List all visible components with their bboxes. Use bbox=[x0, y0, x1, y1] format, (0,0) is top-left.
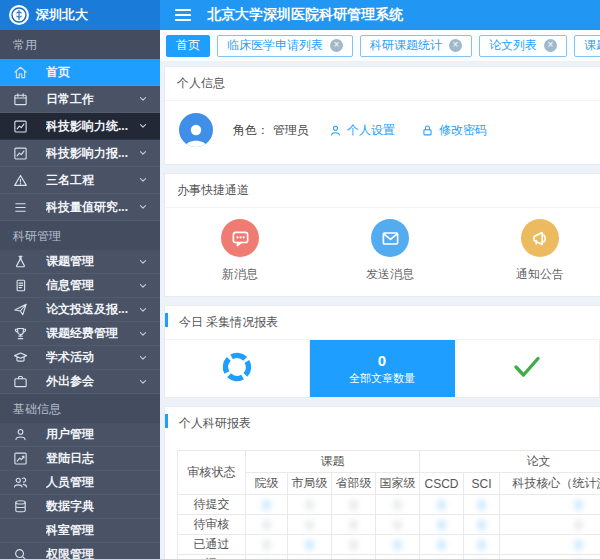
tab-label: 首页 bbox=[176, 37, 200, 54]
quick-channel-item[interactable]: 新消息 bbox=[165, 219, 315, 283]
table-cell-blurred[interactable]: 0 bbox=[500, 555, 600, 559]
quick-channel-item[interactable]: 发送消息 bbox=[315, 219, 465, 283]
table-row: 已通过0000000 bbox=[178, 535, 600, 555]
report-table: 审核状态课题论文院级市局级省部级国家级CSCDSCI科技核心（统计源）期刊待提交… bbox=[177, 450, 600, 559]
article-count-value: 0 bbox=[378, 352, 386, 369]
chevron-down-icon bbox=[137, 174, 149, 186]
sidebar-item[interactable]: 日常工作 bbox=[0, 86, 160, 113]
sidebar-item[interactable]: 课题经费管理 bbox=[0, 322, 160, 346]
sidebar-item-label: 三名工程 bbox=[46, 172, 137, 189]
sidebar-item[interactable]: 首页 bbox=[0, 59, 160, 86]
table-cell-blurred: 0 bbox=[332, 555, 376, 559]
search-icon bbox=[13, 547, 29, 559]
sidebar-item[interactable]: 学术活动 bbox=[0, 346, 160, 370]
tab-active[interactable]: 首页 bbox=[166, 35, 210, 57]
chevron-down-icon bbox=[137, 147, 149, 159]
sidebar-item-label: 科技量值研究... bbox=[46, 199, 137, 216]
log-chart-icon bbox=[13, 451, 29, 466]
checkmark-icon bbox=[512, 354, 542, 384]
tab[interactable]: 科研课题统计× bbox=[360, 35, 472, 57]
profile-link-label: 个人设置 bbox=[347, 122, 395, 139]
chevron-down-icon bbox=[137, 256, 149, 268]
profile-body: 角色：管理员 个人设置修改密码 bbox=[165, 101, 600, 164]
tab-close-icon[interactable]: × bbox=[330, 39, 343, 52]
sidebar-item[interactable]: 科技量值研究... bbox=[0, 194, 160, 221]
list-icon bbox=[13, 200, 29, 215]
sidebar-item[interactable]: 登陆日志 bbox=[0, 447, 160, 471]
quick-channel-item[interactable]: 通知公告 bbox=[465, 219, 600, 283]
mail-icon bbox=[371, 219, 409, 257]
profile-link[interactable]: 个人设置 bbox=[329, 122, 395, 139]
sidebar-item[interactable]: 用户管理 bbox=[0, 423, 160, 447]
sidebar-item[interactable]: 科技影响力报... bbox=[0, 140, 160, 167]
chevron-down-icon bbox=[137, 376, 149, 388]
row-label: 待提交 bbox=[178, 495, 246, 515]
sidebar-item[interactable]: 科技影响力统... bbox=[0, 113, 160, 140]
sidebar-item-label: 信息管理 bbox=[46, 277, 137, 294]
lock-icon bbox=[421, 124, 434, 137]
today-report-panel: 今日 采集情况报表 0全部文章数量 bbox=[164, 305, 600, 398]
table-cell-blurred[interactable]: 0 bbox=[246, 495, 288, 515]
user-icon bbox=[13, 427, 29, 442]
tab[interactable]: 论文列表× bbox=[479, 35, 567, 57]
table-cell-blurred[interactable]: 0 bbox=[464, 555, 500, 559]
sidebar-item-label: 数据字典 bbox=[46, 498, 149, 515]
sidebar-item[interactable]: 三名工程 bbox=[0, 167, 160, 194]
sidebar-item[interactable]: 论文投送及报... bbox=[0, 298, 160, 322]
chevron-down-icon bbox=[137, 201, 149, 213]
app-logo-area[interactable]: 深圳北大 bbox=[0, 0, 160, 30]
chart-icon bbox=[13, 146, 29, 161]
sidebar-item-label: 权限管理 bbox=[46, 546, 149, 559]
article-count-label: 全部文章数量 bbox=[349, 371, 415, 386]
row-label: 已退回 bbox=[178, 555, 246, 559]
document-icon bbox=[13, 278, 29, 293]
sidebar-item[interactable]: 人员管理 bbox=[0, 471, 160, 495]
sidebar-item-label: 外出参会 bbox=[46, 373, 137, 390]
tab[interactable]: 临床医学申请列表× bbox=[217, 35, 353, 57]
main-area: 首页临床医学申请列表×科研课题统计×论文列表×课题费用报表×用户列表× 个人信息… bbox=[160, 30, 600, 559]
table-cell-blurred[interactable]: 0 bbox=[420, 535, 464, 555]
success-card bbox=[455, 340, 600, 397]
table-cell-blurred[interactable]: 0 bbox=[464, 515, 500, 535]
table-cell-blurred: 0 bbox=[246, 535, 288, 555]
table-cell-blurred: 0 bbox=[246, 515, 288, 535]
tab-label: 科研课题统计 bbox=[370, 37, 442, 54]
sidebar-item[interactable]: 数据字典 bbox=[0, 495, 160, 519]
table-cell-blurred[interactable]: 0 bbox=[420, 495, 464, 515]
sidebar-item[interactable]: 科室管理 bbox=[0, 519, 160, 543]
table-cell-blurred[interactable]: 0 bbox=[464, 495, 500, 515]
sidebar-item[interactable]: 信息管理 bbox=[0, 274, 160, 298]
content-area: 个人信息 角色：管理员 个人设置修改密码 办事快捷通道 新消息发送消息通知公告 … bbox=[160, 62, 600, 559]
sidebar-nav: 常用首页日常工作科技影响力统...科技影响力报...三名工程科技量值研究...科… bbox=[0, 30, 160, 559]
chart-icon bbox=[13, 119, 29, 134]
sidebar-item-label: 人员管理 bbox=[46, 474, 149, 491]
table-cell-blurred[interactable]: 0 bbox=[500, 495, 600, 515]
sidebar-item[interactable]: 权限管理 bbox=[0, 543, 160, 559]
collecting-card bbox=[165, 340, 310, 397]
graduation-icon bbox=[13, 350, 29, 365]
table-cell-blurred: 0 bbox=[376, 495, 420, 515]
profile-links: 个人设置修改密码 bbox=[329, 122, 487, 139]
table-cell-blurred[interactable]: 0 bbox=[376, 535, 420, 555]
tab-close-icon[interactable]: × bbox=[544, 39, 557, 52]
article-count-card: 0全部文章数量 bbox=[310, 340, 455, 397]
tab-close-icon[interactable]: × bbox=[449, 39, 462, 52]
sidebar-item[interactable]: 课题管理 bbox=[0, 250, 160, 274]
table-cell-blurred[interactable]: 0 bbox=[500, 535, 600, 555]
col-header: 省部级 bbox=[332, 473, 376, 495]
loading-spinner-icon bbox=[220, 350, 254, 388]
profile-link[interactable]: 修改密码 bbox=[421, 122, 487, 139]
menu-toggle-icon[interactable] bbox=[175, 8, 191, 22]
table-cell-blurred[interactable]: 0 bbox=[420, 515, 464, 535]
sidebar-item-label: 登陆日志 bbox=[46, 450, 149, 467]
table-cell-blurred[interactable]: 0 bbox=[288, 535, 332, 555]
avatar[interactable] bbox=[179, 113, 213, 147]
quick-channel-label: 通知公告 bbox=[465, 266, 600, 283]
tab[interactable]: 课题费用报表× bbox=[574, 35, 600, 57]
quick-channel-row: 新消息发送消息通知公告 bbox=[165, 208, 600, 296]
today-cards-row: 0全部文章数量 bbox=[165, 339, 600, 397]
sidebar-item[interactable]: 外出参会 bbox=[0, 370, 160, 394]
sidebar-section-title: 常用 bbox=[0, 30, 160, 59]
table-cell-blurred[interactable]: 0 bbox=[464, 535, 500, 555]
megaphone-icon bbox=[521, 219, 559, 257]
